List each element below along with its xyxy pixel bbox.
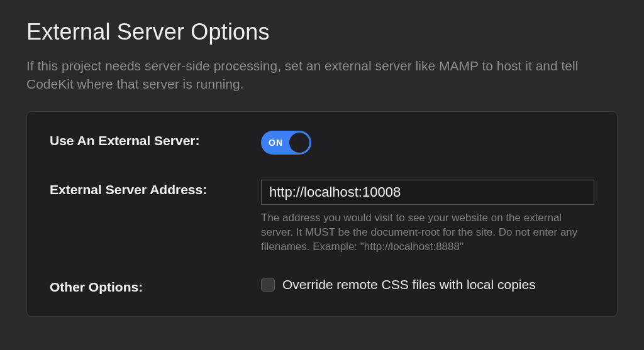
page-description: If this project needs server-side proces… bbox=[26, 57, 605, 94]
toggle-on-label: ON bbox=[269, 138, 283, 148]
server-address-row: External Server Address: The address you… bbox=[50, 180, 594, 254]
toggle-knob-icon bbox=[289, 133, 309, 153]
use-external-row: Use An External Server: ON bbox=[50, 131, 594, 157]
use-external-toggle[interactable]: ON bbox=[261, 131, 311, 155]
server-address-input[interactable] bbox=[261, 180, 594, 205]
override-css-checkbox-label[interactable]: Override remote CSS files with local cop… bbox=[282, 277, 536, 292]
use-external-label: Use An External Server: bbox=[50, 131, 261, 148]
other-options-label: Other Options: bbox=[50, 277, 261, 295]
other-options-row: Other Options: Override remote CSS files… bbox=[50, 277, 594, 295]
page-title: External Server Options bbox=[26, 19, 618, 45]
server-address-label: External Server Address: bbox=[50, 180, 261, 197]
settings-panel: Use An External Server: ON External Serv… bbox=[26, 111, 618, 317]
override-css-checkbox[interactable] bbox=[261, 278, 275, 292]
server-address-help: The address you would visit to see your … bbox=[261, 211, 594, 254]
